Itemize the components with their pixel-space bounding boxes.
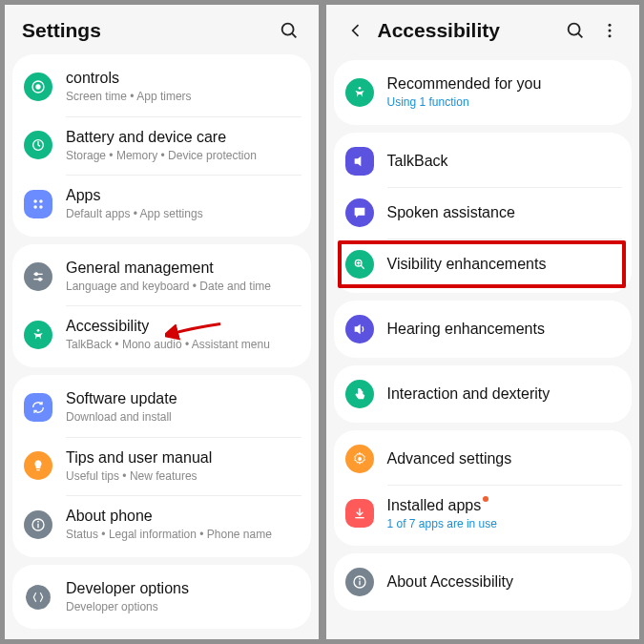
item-title: General management: [66, 259, 301, 278]
recommended-icon: [345, 78, 374, 107]
item-title: Tips and user manual: [66, 448, 301, 467]
item-title: Advanced settings: [387, 449, 623, 468]
svg-point-32: [359, 578, 361, 580]
page-title: Accessibility: [378, 19, 554, 42]
item-sub: Default apps • App settings: [66, 207, 301, 222]
item-sub: Language and keyboard • Date and time: [66, 280, 301, 295]
svg-point-13: [37, 329, 40, 332]
svg-point-23: [358, 87, 361, 90]
accessibility-item-visibility[interactable]: Visibility enhancements: [334, 239, 633, 290]
item-title: Interaction and dexterity: [387, 384, 623, 404]
item-sub: Download and install: [66, 410, 301, 426]
general-management-icon: [24, 262, 52, 291]
talkback-icon: [345, 147, 374, 176]
svg-point-22: [609, 34, 612, 37]
accessibility-screen: Accessibility Recommended for you Using …: [326, 5, 640, 639]
svg-rect-31: [359, 581, 360, 586]
page-title: Settings: [22, 19, 267, 42]
settings-group: Software update Download and install Tip…: [12, 375, 311, 557]
about-accessibility-icon: [345, 568, 374, 596]
visibility-icon: [345, 250, 374, 279]
accessibility-group: Interaction and dexterity: [334, 365, 633, 423]
accessibility-item-spoken[interactable]: Spoken assistance: [334, 187, 633, 239]
accessibility-item-interaction[interactable]: Interaction and dexterity: [334, 368, 633, 420]
software-update-icon: [24, 393, 52, 422]
settings-group: Developer options Developer options: [12, 565, 311, 630]
settings-item-developer[interactable]: Developer options Developer options: [12, 568, 311, 627]
item-title: Battery and device care: [66, 128, 301, 147]
settings-item-tips[interactable]: Tips and user manual Useful tips • New f…: [12, 437, 311, 496]
notification-dot-icon: [483, 496, 488, 502]
about-phone-icon: [24, 510, 52, 539]
accessibility-icon: [24, 321, 52, 349]
spoken-assistance-icon: [345, 198, 374, 227]
svg-point-17: [37, 521, 39, 523]
svg-point-8: [39, 205, 43, 209]
item-sub: TalkBack • Mono audio • Assistant menu: [66, 338, 301, 353]
item-sub: Developer options: [66, 600, 301, 615]
accessibility-group: Hearing enhancements: [334, 301, 633, 358]
item-title: TalkBack: [387, 152, 623, 171]
settings-item-software-update[interactable]: Software update Download and install: [12, 378, 311, 437]
item-title: Visibility enhancements: [387, 255, 623, 274]
interaction-icon: [345, 380, 374, 408]
more-icon[interactable]: [597, 18, 622, 43]
item-sub: Storage • Memory • Device protection: [66, 149, 301, 164]
settings-item-apps[interactable]: Apps Default apps • App settings: [12, 175, 311, 234]
accessibility-item-about[interactable]: About Accessibility: [334, 556, 633, 608]
item-title: Apps: [66, 186, 301, 205]
accessibility-group: Recommended for you Using 1 function: [334, 60, 633, 125]
item-title: Accessibility: [66, 317, 301, 336]
tips-icon: [24, 451, 52, 480]
svg-rect-16: [37, 524, 38, 529]
item-title: About phone: [66, 507, 301, 526]
hearing-icon: [345, 315, 374, 343]
item-sub: Using 1 function: [387, 95, 623, 111]
svg-point-21: [609, 30, 612, 32]
settings-group: General management Language and keyboard…: [12, 244, 311, 367]
accessibility-item-recommended[interactable]: Recommended for you Using 1 function: [334, 63, 633, 122]
settings-item-battery[interactable]: Battery and device care Storage • Memory…: [12, 116, 311, 176]
svg-line-25: [361, 265, 364, 268]
settings-item-general[interactable]: General management Language and keyboard…: [12, 247, 311, 306]
developer-options-icon: [24, 583, 52, 612]
svg-line-1: [291, 33, 295, 37]
accessibility-group: TalkBack Spoken assistance Visibility en…: [334, 133, 633, 293]
item-title: Recommended for you: [387, 74, 623, 93]
search-icon[interactable]: [277, 18, 301, 43]
svg-point-18: [569, 24, 580, 35]
accessibility-item-hearing[interactable]: Hearing enhancements: [334, 303, 633, 355]
svg-point-6: [39, 199, 43, 203]
settings-item-accessibility[interactable]: Accessibility TalkBack • Mono audio • As…: [12, 305, 311, 364]
item-sub: Screen time • App timers: [66, 90, 301, 105]
header: Settings: [5, 5, 319, 52]
battery-care-icon: [24, 131, 52, 159]
item-title: Hearing enhancements: [387, 320, 623, 339]
accessibility-item-talkback[interactable]: TalkBack: [334, 135, 633, 187]
apps-icon: [24, 190, 52, 218]
settings-group: controls Screen time • App timers Batter…: [12, 54, 311, 237]
item-sub: Status • Legal information • Phone name: [66, 528, 301, 543]
accessibility-item-installed-apps[interactable]: Installed apps 1 of 7 apps are in use: [334, 485, 633, 544]
svg-rect-14: [36, 469, 40, 470]
controls-icon: [24, 73, 52, 101]
svg-point-3: [36, 85, 40, 89]
svg-line-19: [578, 33, 582, 37]
accessibility-item-advanced[interactable]: Advanced settings: [334, 433, 633, 485]
item-sub: Useful tips • New features: [66, 469, 301, 485]
svg-point-7: [33, 205, 37, 209]
settings-item-controls[interactable]: controls Screen time • App timers: [12, 57, 311, 116]
item-title: Software update: [66, 389, 301, 408]
item-title: About Accessibility: [387, 572, 623, 592]
search-icon[interactable]: [563, 18, 588, 43]
settings-item-about-phone[interactable]: About phone Status • Legal information •…: [12, 495, 311, 554]
back-button[interactable]: [343, 18, 368, 43]
header: Accessibility: [326, 5, 640, 52]
item-title: Developer options: [66, 579, 301, 598]
item-title: Installed apps: [387, 496, 623, 515]
item-title: Spoken assistance: [387, 203, 623, 222]
accessibility-group: Advanced settings Installed apps 1 of 7 …: [334, 430, 633, 547]
item-title: controls: [66, 69, 301, 88]
installed-apps-icon: [345, 499, 374, 528]
item-sub: 1 of 7 apps are in use: [387, 517, 623, 532]
